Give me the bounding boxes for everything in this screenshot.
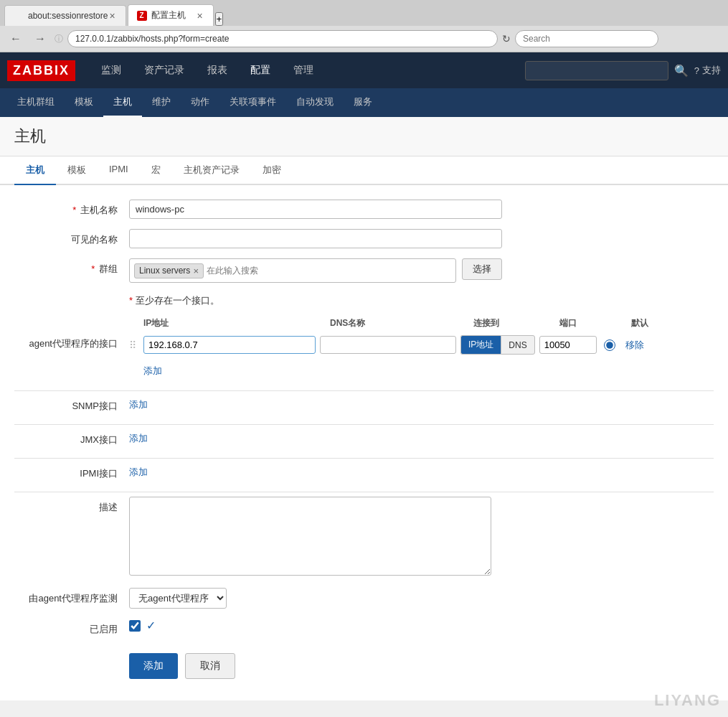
nav-admin[interactable]: 管理 [282, 54, 325, 87]
col-port-header: 端口 [559, 317, 631, 329]
visible-name-control [129, 229, 502, 248]
jmx-iface-row: JMX接口 添加 [14, 429, 714, 448]
jmx-iface-control: 添加 [129, 429, 502, 448]
interface-warning-control: * 至少存在一个接口。 [129, 293, 502, 307]
groups-row: * 群组 Linux servers × 选择 [14, 258, 714, 283]
agent-iface-entry: ⠿ IP地址 DNS 移除 [129, 332, 703, 357]
hostname-row: * 主机名称 [14, 200, 714, 219]
connect-ip-button[interactable]: IP地址 [460, 335, 501, 355]
sub-nav-maintenance[interactable]: 维护 [142, 88, 181, 117]
sub-nav-templates[interactable]: 模板 [65, 88, 103, 117]
groups-control: Linux servers × 选择 [129, 258, 502, 283]
sub-nav-hosts[interactable]: 主机 [103, 88, 142, 117]
group-tag-linux: Linux servers × [134, 263, 204, 278]
enabled-checkbox[interactable] [129, 620, 141, 632]
ipmi-iface-control: 添加 [129, 463, 502, 482]
zabbix-support-link[interactable]: ? 支持 [694, 64, 721, 77]
add-jmx-iface-link[interactable]: 添加 [129, 429, 148, 448]
tab-macros[interactable]: 宏 [140, 156, 172, 185]
sub-nav: 主机群组 模板 主机 维护 动作 关联项事件 自动发现 服务 [0, 88, 728, 117]
groups-select-button[interactable]: 选择 [462, 258, 502, 280]
hostname-input[interactable] [129, 200, 502, 219]
add-agent-iface-link[interactable]: 添加 [143, 362, 162, 380]
groups-label: * 群组 [14, 258, 129, 276]
groups-input-row: Linux servers × 选择 [129, 258, 502, 283]
zabbix-logo[interactable]: ZABBIX [7, 60, 75, 81]
tab-host[interactable]: 主机 [14, 156, 56, 185]
snmp-iface-control: 添加 [129, 395, 502, 414]
forward-button[interactable]: → [30, 31, 50, 47]
zabbix-search-button[interactable]: 🔍 [674, 64, 689, 78]
sub-nav-actions[interactable]: 动作 [181, 88, 219, 117]
dns-input[interactable] [320, 336, 456, 354]
nav-reports[interactable]: 报表 [196, 54, 239, 87]
tab-encryption[interactable]: 加密 [251, 156, 293, 185]
ipmi-iface-row: IPMI接口 添加 [14, 463, 714, 482]
tab-favicon-session [14, 11, 24, 21]
tab-close-zabbix[interactable]: × [195, 10, 204, 22]
support-label: 支持 [702, 64, 721, 77]
sub-nav-correlations[interactable]: 关联项事件 [219, 88, 286, 117]
browser-tab-zabbix[interactable]: Z 配置主机 × [128, 4, 214, 26]
main-nav: 监测 资产记录 报表 配置 管理 [90, 54, 525, 87]
add-ipmi-iface-link[interactable]: 添加 [129, 463, 148, 482]
default-radio[interactable] [604, 339, 615, 351]
group-tag-close[interactable]: × [193, 266, 199, 276]
interface-warning-label-spacer [14, 293, 129, 297]
col-connect-header: 连接到 [473, 317, 559, 329]
group-tag-label: Linux servers [139, 266, 190, 276]
divider-2 [14, 424, 714, 425]
enabled-control: ✓ [129, 619, 502, 632]
new-tab-button[interactable]: + [215, 12, 224, 26]
hostname-control [129, 200, 502, 219]
tab-ipmi[interactable]: IPMI [98, 156, 140, 185]
zabbix-search-input[interactable] [525, 61, 668, 80]
warning-required-star: * [129, 295, 133, 306]
action-buttons: 添加 取消 [129, 646, 714, 686]
divider-3 [14, 458, 714, 459]
browser-search-input[interactable] [515, 30, 658, 47]
tab-close-session[interactable]: × [108, 10, 116, 22]
cancel-button[interactable]: 取消 [185, 653, 235, 679]
tab-templates[interactable]: 模板 [56, 156, 98, 185]
nav-assets[interactable]: 资产记录 [133, 54, 196, 87]
sub-nav-discovery[interactable]: 自动发现 [286, 88, 344, 117]
drag-handle[interactable]: ⠿ [129, 339, 141, 351]
sub-nav-hostgroups[interactable]: 主机群组 [7, 88, 65, 117]
connect-dns-button[interactable]: DNS [501, 335, 534, 355]
col-default-header: 默认 [631, 317, 667, 329]
sub-nav-services[interactable]: 服务 [344, 88, 382, 117]
nav-config[interactable]: 配置 [239, 54, 282, 87]
enabled-label: 已启用 [14, 619, 129, 636]
tab-inventory[interactable]: 主机资产记录 [172, 156, 251, 185]
description-input[interactable] [129, 497, 491, 576]
proxy-select[interactable]: 无agent代理程序 [129, 588, 227, 609]
url-bar[interactable] [67, 30, 498, 47]
visible-name-input[interactable] [129, 229, 502, 248]
iface-header: IP地址 DNS名称 连接到 端口 默认 [129, 317, 703, 332]
secure-icon: ⓘ [55, 33, 63, 45]
interface-warning-row: * 至少存在一个接口。 [14, 293, 714, 307]
support-icon: ? [694, 65, 699, 76]
enabled-check-icon: ✓ [146, 619, 156, 632]
browser-tab-sessionrestore[interactable]: about:sessionrestore × [4, 5, 126, 26]
nav-monitor[interactable]: 监测 [90, 54, 133, 87]
page-title: 主机 [14, 126, 714, 147]
page-header: 主机 [0, 117, 728, 156]
port-input[interactable] [539, 336, 597, 354]
back-button[interactable]: ← [6, 31, 26, 47]
agent-iface-row: agent代理程序的接口 IP地址 DNS名称 连接到 端口 默认 ⠿ IP地址… [14, 317, 714, 380]
agent-iface-control: IP地址 DNS名称 连接到 端口 默认 ⠿ IP地址 DNS 移除 [129, 317, 703, 380]
refresh-button[interactable]: ↻ [502, 33, 511, 44]
jmx-iface-label: JMX接口 [14, 429, 129, 446]
tab-label-zabbix: 配置主机 [151, 9, 186, 22]
groups-input-area[interactable]: Linux servers × [129, 258, 456, 283]
remove-iface-button[interactable]: 移除 [625, 339, 644, 352]
add-snmp-iface-link[interactable]: 添加 [129, 395, 148, 414]
ip-input[interactable] [143, 336, 316, 354]
groups-search-input[interactable] [207, 266, 451, 276]
visible-name-row: 可见的名称 [14, 229, 714, 248]
add-submit-button[interactable]: 添加 [129, 653, 178, 679]
col-dns-header: DNS名称 [330, 317, 473, 329]
browser-tabs: about:sessionrestore × Z 配置主机 × + [0, 0, 728, 26]
